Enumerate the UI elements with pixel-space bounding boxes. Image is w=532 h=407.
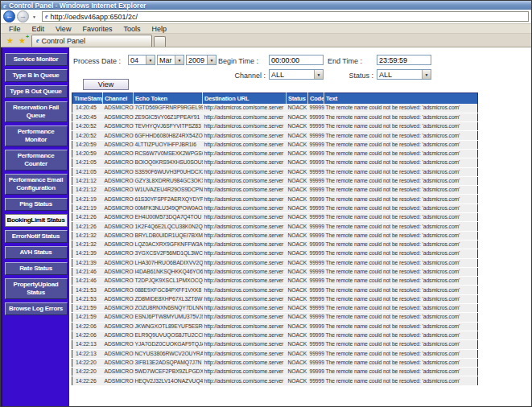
cell-code: 99999 <box>308 158 324 167</box>
cell-timestamp: 14:22:06 <box>72 331 103 339</box>
sidebar-button[interactable]: Type B Out Queue <box>5 85 68 98</box>
menu-item[interactable]: Favorites <box>76 25 118 33</box>
cell-text: The remote name could not be resolved: '… <box>324 340 478 349</box>
cell-channel: ADSMICROS <box>103 376 134 385</box>
channel-select[interactable]: ALL ▼ <box>269 69 324 80</box>
sidebar-button[interactable]: Rate Status <box>5 262 68 275</box>
select-arrow-icon[interactable]: ▼ <box>146 56 155 64</box>
cell-status: NOACK <box>287 294 308 303</box>
cell-status: NOACK <box>287 167 308 176</box>
status-value: ALL <box>377 71 422 79</box>
process-day-select[interactable]: 04 ▼ <box>128 55 155 65</box>
forward-button[interactable]: → <box>17 10 29 23</box>
end-time-label: End Time : <box>328 57 362 65</box>
cell-echo-token: BOIOQ0KRS94XHSU0SOUS <box>134 158 203 167</box>
cell-echo-token: 1K2F4Q6E2LQCU38K0N2Q <box>134 222 203 231</box>
select-arrow-icon[interactable]: ▼ <box>207 56 216 64</box>
new-tab-button[interactable] <box>154 36 166 47</box>
cell-channel: ADSMICROS <box>103 331 134 339</box>
cell-status: NOACK <box>287 149 308 158</box>
menu-item[interactable]: Tools <box>118 25 146 33</box>
cell-channel: ADSMICROS <box>103 294 134 303</box>
menu-item[interactable]: View <box>50 25 76 33</box>
view-button[interactable]: View <box>83 79 129 90</box>
sidebar-button[interactable]: Performance Monitor <box>5 125 68 146</box>
cell-status: NOACK <box>287 258 308 267</box>
sidebar-button[interactable]: Performance Counter <box>5 150 68 171</box>
cell-destination-url: http://adsmicros.com/some.server <box>203 294 287 303</box>
cell-text: The remote name could not be resolved: '… <box>324 286 478 294</box>
sidebar-button[interactable]: Reservation Fail Queue <box>5 101 68 122</box>
cell-text: The remote name could not be resolved: '… <box>324 358 478 367</box>
favorites-icon[interactable]: ★ <box>4 35 16 47</box>
cell-echo-token: LHA307HRUO6BADIXVV2Q <box>134 258 203 267</box>
cell-status: NOACK <box>287 131 308 140</box>
sidebar-button[interactable]: Performance Email Configuration <box>5 174 68 195</box>
cell-channel: ADSMICROS <box>103 149 134 158</box>
cell-status: NOACK <box>287 113 308 121</box>
cell-timestamp: 14:21:12 <box>72 186 103 195</box>
sidebar-button[interactable]: BookingLimit Status <box>5 214 68 227</box>
menu-item[interactable]: Help <box>146 25 172 33</box>
sidebar-button[interactable]: Browse Log Errors <box>5 302 68 315</box>
cell-status: NOACK <box>287 122 308 131</box>
add-favorite-plus-glyph: + <box>26 34 29 39</box>
column-header[interactable]: TimeStamp <box>72 93 103 105</box>
add-favorite-icon[interactable]: ★+ <box>16 35 28 47</box>
cell-timestamp: 14:20:45 <box>72 113 103 121</box>
process-month-select[interactable]: Mar ▼ <box>157 55 184 65</box>
status-select[interactable]: ALL ▼ <box>377 69 431 80</box>
column-header[interactable]: Channel <box>103 93 134 105</box>
select-arrow-icon[interactable]: ▼ <box>175 56 184 64</box>
sidebar-button[interactable]: Ping Status <box>5 198 68 211</box>
cell-code: 99999 <box>308 267 324 276</box>
sidebar-button[interactable]: PropertyUpload Status <box>5 278 68 299</box>
sidebar-button[interactable]: Type B In Queue <box>5 69 68 82</box>
cell-text: The remote name could not be resolved: '… <box>324 131 478 140</box>
select-arrow-icon[interactable]: ▼ <box>422 70 431 79</box>
table-row: 14:20:45ADSMICROS7GTD569GFRNRP9RGEL99htt… <box>72 104 478 113</box>
cell-text: The remote name could not be resolved: '… <box>324 213 478 222</box>
process-year-select[interactable]: 2009 ▼ <box>186 55 217 65</box>
column-header[interactable]: Text <box>324 93 478 105</box>
tab-control-panel[interactable]: e Control Panel <box>31 35 152 47</box>
cell-channel: ADSMICROS <box>103 195 134 204</box>
column-header[interactable]: Destination URL <box>203 93 287 105</box>
cell-timestamp: 14:21:26 <box>72 222 103 231</box>
address-url[interactable]: http://oedsv46app:6501/2c/ <box>51 13 138 21</box>
cell-code: 99999 <box>308 186 324 195</box>
cell-text: The remote name could not be resolved: '… <box>324 313 478 322</box>
cell-status: NOACK <box>287 304 308 313</box>
cell-destination-url: http://adsmicros.com/some.server <box>203 122 287 131</box>
cell-text: The remote name could not be resolved: '… <box>324 240 478 249</box>
column-header[interactable]: Status <box>287 93 308 105</box>
cell-echo-token: ESNJ6PTW8MYUMU375VJS <box>134 313 203 322</box>
address-bar[interactable]: e http://oedsv46app:6501/2c/ <box>42 11 529 22</box>
back-button[interactable]: ← <box>3 10 15 23</box>
cell-code: 99999 <box>308 368 324 376</box>
column-header[interactable]: Code <box>308 93 324 105</box>
cell-timestamp: 14:21:26 <box>72 213 103 222</box>
select-arrow-icon[interactable]: ▼ <box>314 70 323 79</box>
cell-status: NOACK <box>287 231 308 240</box>
recent-pages-dropdown-icon[interactable]: ▼ <box>31 14 38 19</box>
cell-channel: ADSMICROS <box>103 140 134 149</box>
menu-item[interactable]: File <box>3 25 27 33</box>
cell-destination-url: http://adsmicros.com/some.server <box>203 358 287 367</box>
begin-time-input[interactable] <box>269 55 324 65</box>
cell-text: The remote name could not be resolved: '… <box>324 104 478 113</box>
sidebar-button[interactable]: Service Monitor <box>5 53 68 66</box>
sidebar-button[interactable]: AVH Status <box>5 246 68 259</box>
cell-echo-token: T2DPJQK9XSCL1PMXOCQL <box>134 277 203 286</box>
cell-timestamp: 14:20:52 <box>72 122 103 131</box>
cell-code: 99999 <box>308 113 324 121</box>
cell-status: NOACK <box>287 213 308 222</box>
column-header[interactable]: Echo Token <box>134 93 203 105</box>
cell-timestamp: 14:21:32 <box>72 240 103 249</box>
cell-destination-url: http://adsmicros.com/some.server <box>203 158 287 167</box>
menu-item[interactable]: Edit <box>27 25 51 33</box>
cell-code: 99999 <box>308 122 324 131</box>
cell-destination-url: http://adsmicros.com/some.server <box>203 249 287 258</box>
sidebar-button[interactable]: ErrorNotif Status <box>5 230 68 243</box>
end-time-input[interactable] <box>377 55 431 65</box>
